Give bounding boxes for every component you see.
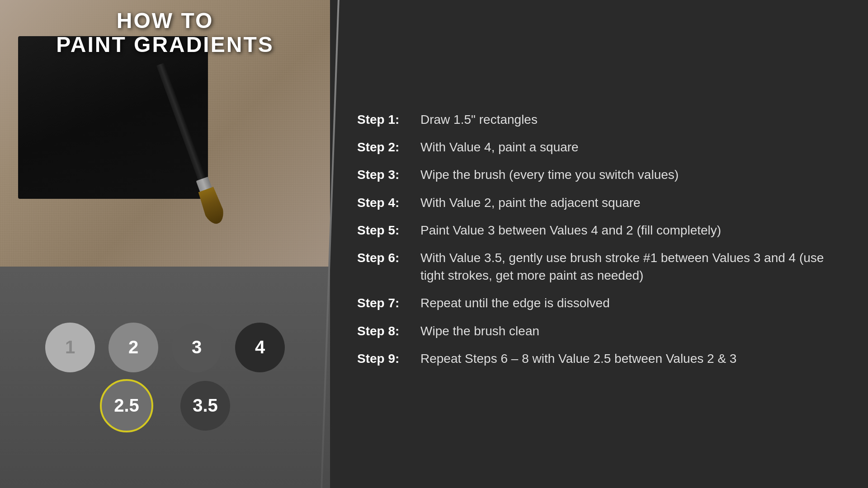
brush-handle xyxy=(156,63,208,184)
circles-row-1: 1 2 3 4 xyxy=(45,323,285,372)
step-8-label: Step 8: xyxy=(357,322,420,340)
value-circle-35[interactable]: 3.5 xyxy=(180,381,230,431)
step-row-1: Step 1: Draw 1.5" rectangles xyxy=(357,111,841,128)
values-section: 1 2 3 4 2.5 3.5 xyxy=(0,267,330,488)
title-line1: HOW TO xyxy=(0,9,330,33)
step-row-9: Step 9: Repeat Steps 6 – 8 with Value 2.… xyxy=(357,350,841,367)
step-2-label: Step 2: xyxy=(357,138,420,156)
brush-bristles xyxy=(197,186,228,227)
step-3-label: Step 3: xyxy=(357,166,420,183)
step-6-text: With Value 3.5, gently use brush stroke … xyxy=(420,249,841,284)
step-7-label: Step 7: xyxy=(357,294,420,312)
step-9-label: Step 9: xyxy=(357,350,420,367)
step-row-8: Step 8: Wipe the brush clean xyxy=(357,322,841,340)
step-5-text: Paint Value 3 between Values 4 and 2 (fi… xyxy=(420,221,841,239)
step-4-text: With Value 2, paint the adjacent square xyxy=(420,194,841,211)
step-2-text: With Value 4, paint a square xyxy=(420,138,841,156)
title-line2: PAINT GRADIENTS xyxy=(0,33,330,57)
step-7-text: Repeat until the edge is dissolved xyxy=(420,294,841,312)
value-circle-1[interactable]: 1 xyxy=(45,323,95,372)
step-8-text: Wipe the brush clean xyxy=(420,322,841,340)
step-3-text: Wipe the brush (every time you switch va… xyxy=(420,166,841,183)
title-overlay: HOW TO PAINT GRADIENTS xyxy=(0,9,330,57)
painting-image: HOW TO PAINT GRADIENTS xyxy=(0,0,330,267)
right-panel: Step 1: Draw 1.5" rectangles Step 2: Wit… xyxy=(330,0,868,488)
step-5-label: Step 5: xyxy=(357,221,420,239)
value-circle-2[interactable]: 2 xyxy=(108,323,158,372)
step-4-label: Step 4: xyxy=(357,194,420,211)
step-1-label: Step 1: xyxy=(357,111,420,128)
value-circle-25[interactable]: 2.5 xyxy=(100,379,153,432)
step-6-label: Step 6: xyxy=(357,249,420,267)
step-9-text: Repeat Steps 6 – 8 with Value 2.5 betwee… xyxy=(420,350,841,367)
step-1-text: Draw 1.5" rectangles xyxy=(420,111,841,128)
step-row-3: Step 3: Wipe the brush (every time you s… xyxy=(357,166,841,183)
left-panel: HOW TO PAINT GRADIENTS 1 2 3 4 2.5 3.5 xyxy=(0,0,330,488)
step-row-5: Step 5: Paint Value 3 between Values 4 a… xyxy=(357,221,841,239)
step-row-2: Step 2: With Value 4, paint a square xyxy=(357,138,841,156)
step-row-7: Step 7: Repeat until the edge is dissolv… xyxy=(357,294,841,312)
step-row-6: Step 6: With Value 3.5, gently use brush… xyxy=(357,249,841,284)
step-row-4: Step 4: With Value 2, paint the adjacent… xyxy=(357,194,841,211)
value-circle-3[interactable]: 3 xyxy=(172,323,222,372)
circles-row-2: 2.5 3.5 xyxy=(100,379,230,432)
value-circle-4[interactable]: 4 xyxy=(235,323,285,372)
